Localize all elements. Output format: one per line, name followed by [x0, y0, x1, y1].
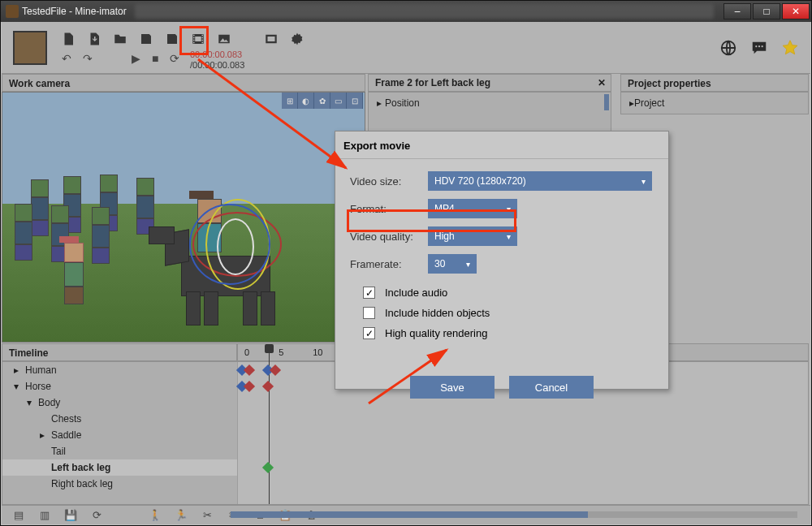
viewport-tool-3[interactable]: ✿ — [314, 93, 330, 109]
workcam-title: Work camera — [2, 74, 365, 92]
timeline-row[interactable]: ▾Horse — [2, 378, 237, 394]
project-properties-panel: ▸Project — [620, 92, 809, 114]
undo-icon[interactable]: ↶ — [62, 52, 71, 65]
chevron-down-icon: ▾ — [507, 232, 511, 241]
status-icon[interactable]: ▥ — [36, 509, 54, 521]
caret-icon[interactable]: ▸ — [40, 429, 48, 441]
format-dropdown[interactable]: MP4▾ — [428, 199, 517, 218]
format-label: Format: — [350, 203, 423, 215]
timeline-title: Timeline — [2, 343, 237, 361]
chevron-down-icon: ▾ — [641, 177, 646, 186]
cut-icon[interactable]: ✂ — [198, 509, 216, 521]
timeline-row[interactable]: ▸Human — [2, 362, 237, 378]
run-icon[interactable]: 🏃 — [172, 509, 190, 521]
frame-panel-title: Frame 2 for Left back leg ✕ — [368, 74, 611, 92]
frame-panel-close-icon[interactable]: ✕ — [598, 77, 606, 88]
save-icon[interactable] — [138, 31, 154, 47]
timeline-row-label: Right back leg — [51, 478, 113, 489]
import-file-icon[interactable] — [86, 31, 102, 47]
star-icon[interactable] — [781, 39, 799, 57]
svg-rect-3 — [193, 37, 195, 38]
window-close-button[interactable]: ✕ — [782, 3, 810, 19]
status-save-icon[interactable]: 💾 — [62, 509, 80, 521]
app-logo-block[interactable] — [13, 31, 47, 65]
app-icon — [6, 5, 19, 18]
svg-rect-9 — [202, 41, 204, 43]
timeline-row-label: Body — [38, 397, 60, 408]
save-as-icon[interactable] — [164, 31, 180, 47]
hq-render-checkbox[interactable]: ✓ — [363, 327, 375, 339]
timeline-row[interactable]: ▸Saddle — [2, 427, 237, 443]
svg-rect-1 — [195, 37, 201, 41]
feedback-icon[interactable] — [750, 39, 768, 57]
loop-icon[interactable]: ⟳ — [170, 52, 179, 65]
walk-icon[interactable]: 🚶 — [146, 509, 164, 521]
timecode: 00:00:00.083 /00:00:00.083 — [190, 50, 244, 71]
timeline-row[interactable]: Left back leg — [2, 459, 237, 476]
character-alex — [59, 236, 89, 304]
export-image-icon[interactable] — [216, 31, 232, 47]
chevron-down-icon: ▾ — [507, 205, 511, 213]
svg-rect-12 — [268, 37, 275, 41]
scroll-indicator[interactable] — [604, 94, 609, 110]
caret-icon[interactable]: ▸ — [14, 364, 22, 376]
project-properties-title: Project properties — [620, 74, 809, 92]
globe-icon[interactable] — [719, 39, 737, 57]
viewport[interactable]: ⊞ ◐ ✿ ▭ ⊡ — [2, 92, 365, 343]
new-file-icon[interactable] — [60, 31, 76, 47]
open-folder-icon[interactable] — [112, 31, 128, 47]
svg-point-16 — [758, 45, 760, 47]
framerate-dropdown[interactable]: 30▾ — [428, 254, 477, 274]
export-movie-icon[interactable] — [190, 31, 206, 47]
timeline-scrollbar[interactable] — [231, 511, 797, 518]
video-quality-dropdown[interactable]: High▾ — [428, 226, 517, 246]
save-button[interactable]: Save — [410, 376, 495, 399]
project-label: Project — [634, 97, 664, 109]
caret-icon[interactable]: ▾ — [14, 381, 22, 392]
timeline-row[interactable]: ▾Body — [2, 394, 237, 411]
status-icon[interactable]: ⟳ — [88, 509, 106, 521]
play-icon[interactable]: ▶ — [132, 52, 140, 65]
timeline-tree[interactable]: ▸Human▾Horse▾BodyChests▸SaddleTailLeft b… — [2, 362, 238, 504]
viewport-tool-5[interactable]: ⊡ — [347, 93, 363, 109]
settings-icon[interactable] — [289, 31, 305, 47]
cancel-button[interactable]: Cancel — [509, 376, 594, 399]
include-hidden-checkbox[interactable] — [363, 307, 375, 319]
viewport-tool-4[interactable]: ▭ — [330, 93, 347, 109]
timeline-row-label: Saddle — [51, 429, 81, 441]
timeline-row-label: Chests — [51, 413, 81, 425]
caret-icon[interactable]: ▸ — [377, 97, 382, 109]
viewport-tool-2[interactable]: ◐ — [298, 93, 314, 109]
titlebar-blur — [135, 4, 714, 19]
video-size-label: Video size: — [350, 175, 423, 188]
window-title: TestedFile - Mine-imator — [22, 6, 127, 17]
view-mode-icon[interactable] — [263, 31, 279, 47]
main-toolbar: ↶ ↷ ▶ ■ ⟳ 00:00:00.083 /00:00:00.083 — [2, 22, 810, 74]
timeline-row[interactable]: Right back leg — [2, 476, 237, 492]
timeline-row-label: Human — [25, 364, 57, 376]
timeline-row[interactable]: Tail — [2, 443, 237, 459]
position-label: Position — [385, 97, 420, 109]
video-quality-label: Video quality: — [350, 231, 423, 243]
timeline-row-label: Horse — [25, 381, 51, 392]
window-minimize-button[interactable]: – — [723, 3, 751, 19]
video-size-dropdown[interactable]: HDV 720 (1280x720)▾ — [428, 171, 652, 191]
chevron-down-icon: ▾ — [466, 260, 470, 269]
caret-icon[interactable]: ▾ — [27, 397, 35, 408]
framerate-label: Framerate: — [350, 258, 423, 270]
svg-rect-2 — [193, 34, 195, 36]
include-audio-checkbox[interactable]: ✓ — [363, 287, 375, 299]
titlebar: TestedFile - Mine-imator – □ ✕ — [1, 1, 811, 22]
os-window: TestedFile - Mine-imator – □ ✕ — [0, 0, 812, 526]
rotation-gizmo[interactable] — [189, 196, 287, 293]
window-maximize-button[interactable]: □ — [753, 3, 780, 19]
viewport-tool-1[interactable]: ⊞ — [282, 93, 298, 109]
stop-icon[interactable]: ■ — [152, 52, 158, 65]
status-icon[interactable]: ▤ — [10, 509, 28, 521]
hq-render-label: High quality rendering — [385, 327, 487, 339]
dialog-title: Export movie — [335, 132, 668, 159]
svg-rect-5 — [193, 41, 195, 43]
timeline-row[interactable]: Chests — [2, 411, 237, 427]
svg-point-15 — [755, 45, 757, 47]
redo-icon[interactable]: ↷ — [83, 52, 93, 65]
